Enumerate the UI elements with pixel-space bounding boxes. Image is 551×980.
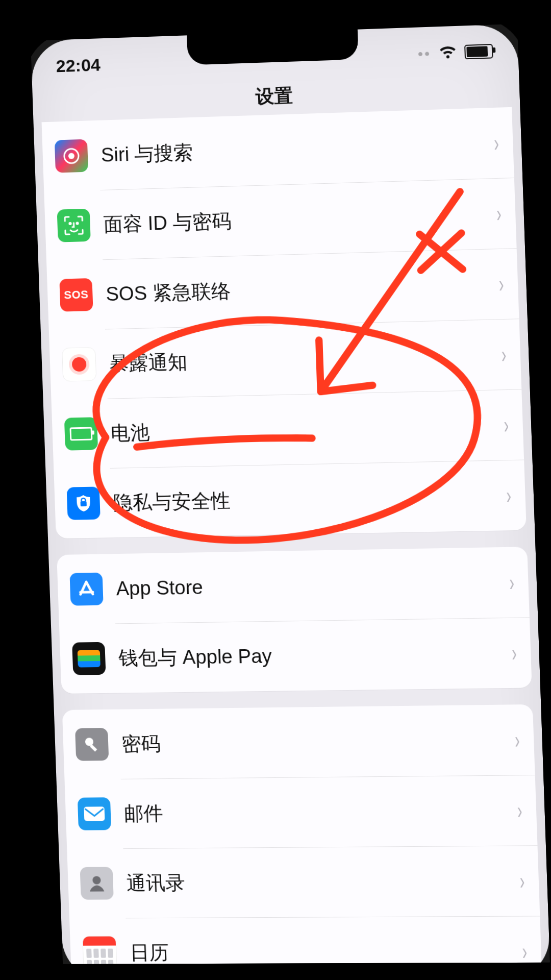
chevron-right-icon: › (517, 798, 522, 822)
row-label: 邮件 (123, 797, 502, 827)
chevron-right-icon: › (496, 201, 502, 225)
calendar-icon (82, 936, 117, 969)
row-label: 暴露通知 (109, 341, 486, 377)
faceid-icon (57, 209, 91, 242)
chevron-right-icon: › (498, 272, 504, 296)
phone-frame: 22:04 ●● 设置 Siri 与搜索 › (31, 24, 550, 979)
row-label: App Store (116, 572, 494, 600)
settings-group: 密码 › 邮件 › 通讯录 › (62, 704, 550, 979)
chevron-right-icon: › (521, 939, 527, 963)
passwords-icon (75, 728, 109, 761)
status-time: 22:04 (56, 55, 101, 76)
battery-icon (64, 417, 98, 450)
status-right: ●● (417, 44, 493, 61)
row-contacts[interactable]: 通讯录 › (67, 845, 540, 918)
notch (187, 30, 359, 65)
chevron-right-icon: › (509, 570, 514, 594)
chevron-right-icon: › (493, 131, 499, 155)
row-label: 电池 (110, 412, 489, 446)
settings-group: App Store › 钱包与 Apple Pay › (57, 547, 532, 694)
row-mail[interactable]: 邮件 › (65, 775, 538, 849)
row-sos[interactable]: SOS SOS 紧急联络 › (46, 248, 519, 330)
row-exposure[interactable]: 暴露通知 › (49, 318, 521, 400)
sos-icon: SOS (59, 278, 93, 312)
row-label: 隐私与安全性 (113, 482, 491, 516)
row-calendar[interactable]: 日历 › (69, 916, 542, 979)
chevron-right-icon: › (501, 342, 507, 366)
photo-stage: 22:04 ●● 设置 Siri 与搜索 › (0, 0, 551, 980)
row-label: 密码 (121, 727, 499, 757)
chevron-right-icon: › (514, 728, 520, 752)
chevron-right-icon: › (506, 483, 511, 507)
row-wallet[interactable]: 钱包与 Apple Pay › (59, 617, 532, 694)
row-siri[interactable]: Siri 与搜索 › (42, 107, 514, 192)
row-label: 面容 ID 与密码 (103, 201, 482, 238)
svg-point-2 (69, 223, 71, 224)
svg-point-3 (77, 223, 78, 224)
row-label: SOS 紧急联络 (106, 271, 484, 307)
row-passwords[interactable]: 密码 › (62, 704, 535, 779)
row-label: 钱包与 Apple Pay (118, 640, 497, 671)
mail-icon (78, 797, 111, 830)
chevron-right-icon: › (503, 413, 509, 437)
row-faceid[interactable]: 面容 ID 与密码 › (44, 178, 516, 261)
wifi-icon (438, 45, 458, 60)
cellular-icon: ●● (417, 48, 431, 59)
row-label: Siri 与搜索 (101, 130, 479, 168)
svg-rect-6 (90, 744, 97, 751)
contacts-icon (80, 867, 114, 899)
row-label: 日历 (130, 938, 508, 966)
chevron-right-icon: › (519, 869, 525, 893)
row-label: 通讯录 (126, 868, 505, 896)
settings-group: Siri 与搜索 › 面容 ID 与密码 › SOS SOS 紧急联络 › (42, 107, 527, 538)
row-appstore[interactable]: App Store › (57, 547, 530, 624)
siri-icon (55, 139, 88, 173)
svg-point-8 (92, 876, 101, 884)
privacy-icon (67, 486, 101, 520)
wallet-icon (72, 642, 106, 675)
exposure-icon (62, 347, 96, 382)
row-privacy[interactable]: 隐私与安全性 › (54, 460, 527, 539)
row-battery[interactable]: 电池 › (52, 389, 524, 469)
svg-point-1 (68, 153, 74, 159)
svg-rect-4 (81, 501, 87, 506)
settings-scroll[interactable]: Siri 与搜索 › 面容 ID 与密码 › SOS SOS 紧急联络 › (34, 107, 550, 979)
appstore-icon (69, 573, 103, 606)
chevron-right-icon: › (511, 641, 517, 665)
battery-icon (464, 44, 493, 59)
svg-rect-7 (84, 806, 105, 821)
